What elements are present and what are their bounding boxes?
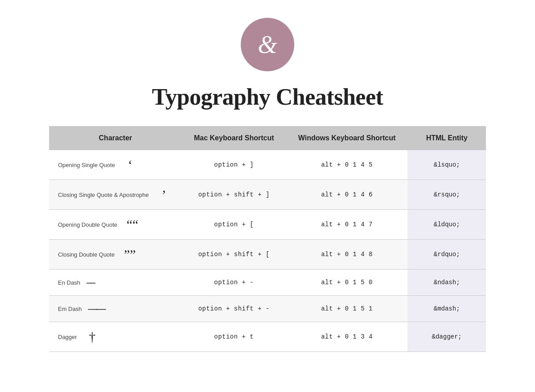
- page-title: Typography Cheatsheet: [49, 84, 486, 110]
- win-shortcut: alt + 0 1 5 1: [286, 296, 408, 322]
- win-shortcut: alt + 0 1 4 8: [286, 240, 408, 270]
- char-name: En Dash: [58, 279, 80, 286]
- char-symbol: ””: [121, 247, 139, 262]
- html-entity: &ndash;: [407, 270, 486, 296]
- col-header-character: Character: [49, 126, 182, 150]
- table-row: Opening Single Quote‘option + ]alt + 0 1…: [49, 150, 486, 180]
- char-name: Closing Single Quote & Apostrophe: [58, 192, 149, 198]
- table-row: Em Dash——option + shift + -alt + 0 1 5 1…: [49, 296, 486, 322]
- char-name: Dagger: [58, 334, 77, 340]
- table-row: Opening Double Quote““option + [alt + 0 …: [49, 210, 486, 240]
- char-symbol: ’: [155, 187, 173, 202]
- char-symbol: ‘: [121, 157, 139, 172]
- table-row: En Dash––option + -alt + 0 1 5 0&ndash;: [49, 270, 486, 296]
- table-header-row: Character Mac Keyboard Shortcut Windows …: [49, 126, 486, 150]
- mac-shortcut: option + shift + [: [182, 240, 286, 270]
- col-header-mac: Mac Keyboard Shortcut: [182, 126, 286, 150]
- char-cell-1: Closing Single Quote & Apostrophe’: [49, 180, 182, 210]
- mac-shortcut: option + ]: [182, 150, 286, 180]
- char-name: Opening Single Quote: [58, 162, 115, 168]
- win-shortcut: alt + 0 1 4 5: [286, 150, 408, 180]
- col-header-windows: Windows Keyboard Shortcut: [286, 126, 408, 150]
- mac-shortcut: option + [: [182, 210, 286, 240]
- char-cell-4: En Dash––: [49, 270, 182, 296]
- char-symbol: ——: [88, 303, 104, 314]
- char-name: Em Dash: [58, 306, 82, 312]
- html-entity: &ldquo;: [407, 210, 486, 240]
- char-symbol: †: [83, 329, 101, 344]
- html-entity: &dagger;: [407, 322, 486, 352]
- table-row: Closing Double Quote””option + shift + […: [49, 240, 486, 270]
- win-shortcut: alt + 0 1 4 7: [286, 210, 408, 240]
- win-shortcut: alt + 0 1 4 6: [286, 180, 408, 210]
- mac-shortcut: option + shift + -: [182, 296, 286, 322]
- char-cell-0: Opening Single Quote‘: [49, 150, 182, 180]
- html-entity: &lsquo;: [407, 150, 486, 180]
- logo-ampersand-icon: &: [258, 32, 277, 57]
- page-container: & Typography Cheatsheet Character Mac Ke…: [40, 0, 495, 370]
- table-row: Dagger†option + talt + 0 1 3 4&dagger;: [49, 322, 486, 352]
- char-name: Opening Double Quote: [58, 221, 117, 228]
- char-cell-5: Em Dash——: [49, 296, 182, 322]
- mac-shortcut: option + -: [182, 270, 286, 296]
- mac-shortcut: option + shift + ]: [182, 180, 286, 210]
- typography-table: Character Mac Keyboard Shortcut Windows …: [49, 126, 486, 352]
- char-symbol: ––: [86, 277, 95, 288]
- html-entity: &rsquo;: [407, 180, 486, 210]
- html-entity: &rdquo;: [407, 240, 486, 270]
- win-shortcut: alt + 0 1 5 0: [286, 270, 408, 296]
- char-cell-6: Dagger†: [49, 322, 182, 352]
- char-cell-3: Closing Double Quote””: [49, 240, 182, 270]
- html-entity: &mdash;: [407, 296, 486, 322]
- char-symbol: ““: [123, 217, 141, 232]
- char-name: Closing Double Quote: [58, 251, 115, 258]
- table-row: Closing Single Quote & Apostrophe’option…: [49, 180, 486, 210]
- col-header-html: HTML Entity: [407, 126, 486, 150]
- logo-circle: &: [241, 18, 294, 71]
- win-shortcut: alt + 0 1 3 4: [286, 322, 408, 352]
- mac-shortcut: option + t: [182, 322, 286, 352]
- char-cell-2: Opening Double Quote““: [49, 210, 182, 240]
